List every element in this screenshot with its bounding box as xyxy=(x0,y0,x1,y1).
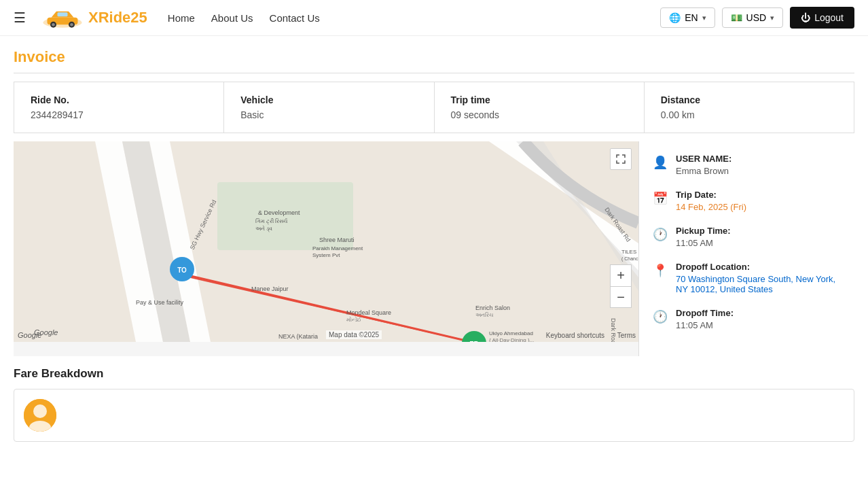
stat-vehicle-value: Basic xyxy=(240,109,417,120)
nav-links: Home About Us Contact Us xyxy=(168,12,647,24)
hamburger-menu[interactable]: ☰ xyxy=(14,10,26,26)
map-container: TO FR 147 & Development ગિમ ટ્રી રિસર્ચ … xyxy=(14,141,638,342)
stat-trip-time: Trip time 09 seconds xyxy=(435,82,645,133)
currency-value: USD xyxy=(746,12,767,23)
svg-text:અને ડ્વ: અને ડ્વ xyxy=(255,225,272,232)
lang-chevron-icon: ▾ xyxy=(702,14,706,22)
currency-flag-icon: 💵 xyxy=(731,12,742,23)
stat-vehicle: Vehicle Basic xyxy=(224,82,434,133)
zoom-in-button[interactable]: + xyxy=(610,264,632,286)
svg-text:Parakh Management: Parakh Management xyxy=(312,245,363,251)
lang-globe-icon: 🌐 xyxy=(669,12,681,23)
stats-table: Ride No. 2344289417 Vehicle Basic Trip t… xyxy=(14,82,854,133)
svg-text:NEXA (Kataria: NEXA (Kataria xyxy=(278,333,318,340)
stat-vehicle-label: Vehicle xyxy=(240,94,417,105)
fare-avatar xyxy=(24,399,56,432)
svg-text:Manee Jaipur: Manee Jaipur xyxy=(251,285,289,292)
navbar: ☰ XRide25 Home About Us Contact Us 🌐 EN … xyxy=(0,0,868,36)
svg-text:મોન્ડેઈ: મોન્ડેઈ xyxy=(346,316,362,323)
svg-text:& Development: & Development xyxy=(258,209,300,216)
trip-date-content: Trip Date: 14 Feb, 2025 (Fri) xyxy=(676,190,746,212)
nav-about[interactable]: About Us xyxy=(211,12,253,24)
pickup-time-row: 🕐 Pickup Time: 11:05 AM xyxy=(653,226,841,248)
svg-text:( Chanchi: ( Chanchi xyxy=(621,256,638,262)
svg-text:Ukiyo Ahmedabad: Ukiyo Ahmedabad xyxy=(489,330,533,336)
svg-text:{ All·Day·Dining }...: { All·Day·Dining }... xyxy=(489,337,534,342)
svg-text:ગિમ ટ્રી રિસર્ચ: ગિમ ટ્રી રિસર્ચ xyxy=(255,218,288,225)
location-pin-icon: 📍 xyxy=(653,263,668,278)
dropoff-location-row: 📍 Dropoff Location: 70 Washington Square… xyxy=(653,262,841,294)
map-attribution: Map data ©2025 xyxy=(326,330,382,339)
trip-date-row: 📅 Trip Date: 14 Feb, 2025 (Fri) xyxy=(653,190,841,212)
page-content: Invoice Ride No. 2344289417 Vehicle Basi… xyxy=(0,36,868,455)
svg-text:System Pvt: System Pvt xyxy=(312,252,340,258)
zoom-out-button[interactable]: − xyxy=(610,286,632,308)
dropoff-time-label: Dropoff Time: xyxy=(676,308,734,318)
stat-distance: Distance 0.00 km xyxy=(645,82,854,133)
map-svg: TO FR 147 & Development ગિમ ટ્રી રિસર્ચ … xyxy=(14,141,638,342)
dropoff-time-row: 🕐 Dropoff Time: 11:05 AM xyxy=(653,308,841,330)
page-title: Invoice xyxy=(14,36,854,73)
pickup-time-content: Pickup Time: 11:05 AM xyxy=(676,226,731,248)
fare-title: Fare Breakdown xyxy=(14,367,854,381)
calendar-icon: 📅 xyxy=(653,191,668,206)
stat-ride-no: Ride No. 2344289417 xyxy=(14,82,224,133)
svg-point-47 xyxy=(33,404,47,418)
stat-trip-label: Trip time xyxy=(451,94,628,105)
map-fullscreen-button[interactable] xyxy=(610,148,632,170)
username-value: Emma Brown xyxy=(676,166,731,176)
dropoff-location-label: Dropoff Location: xyxy=(676,262,841,272)
dropoff-time-content: Dropoff Time: 11:05 AM xyxy=(676,308,734,330)
lang-value: EN xyxy=(685,12,698,23)
svg-text:Dark Roas: Dark Roas xyxy=(610,318,617,342)
map-terms: Terms xyxy=(617,332,636,339)
navbar-right: 🌐 EN ▾ 💵 USD ▾ ⏻ Logout xyxy=(660,7,854,29)
svg-text:Shree Maruti: Shree Maruti xyxy=(319,237,355,243)
svg-text:Pay & Use facility: Pay & Use facility xyxy=(136,299,184,306)
username-content: USER NAME: Emma Brown xyxy=(676,154,731,176)
username-row: 👤 USER NAME: Emma Brown xyxy=(653,154,841,176)
brand-text: XRide25 xyxy=(88,9,147,27)
dropoff-location-content: Dropoff Location: 70 Washington Square S… xyxy=(676,262,841,294)
logout-label: Logout xyxy=(814,12,844,23)
stat-ride-label: Ride No. xyxy=(31,94,207,105)
logout-button[interactable]: ⏻ Logout xyxy=(790,7,854,29)
pickup-time-value: 11:05 AM xyxy=(676,238,731,248)
trip-date-label: Trip Date: xyxy=(676,190,746,200)
keyboard-shortcuts: Keyboard shortcuts xyxy=(546,332,604,339)
svg-point-5 xyxy=(70,23,73,27)
power-icon: ⏻ xyxy=(801,12,810,23)
map-zoom-controls: + − xyxy=(610,264,632,308)
person-icon: 👤 xyxy=(653,155,668,170)
nav-contact[interactable]: Contact Us xyxy=(270,12,320,24)
stat-trip-value: 09 seconds xyxy=(451,109,628,120)
svg-text:TO: TO xyxy=(177,266,187,274)
fullscreen-icon xyxy=(616,154,626,164)
dropoff-time-value: 11:05 AM xyxy=(676,320,734,330)
stat-ride-value: 2344289417 xyxy=(31,109,207,120)
currency-chevron-icon: ▾ xyxy=(770,14,774,22)
svg-rect-6 xyxy=(58,12,68,16)
stat-distance-value: 0.00 km xyxy=(661,109,837,120)
trip-date-value: 14 Feb, 2025 (Fri) xyxy=(676,202,746,212)
pickup-clock-icon: 🕐 xyxy=(653,227,668,242)
brand-logo-link[interactable]: XRide25 xyxy=(42,5,147,30)
map-section: TO FR 147 & Development ગિમ ટ્રી રિસર્ચ … xyxy=(14,141,854,356)
svg-text:અનરિચ: અનરિચ xyxy=(475,311,494,318)
currency-selector[interactable]: 💵 USD ▾ xyxy=(722,7,784,28)
avatar-svg xyxy=(24,399,56,432)
language-selector[interactable]: 🌐 EN ▾ xyxy=(660,7,715,28)
stat-distance-label: Distance xyxy=(661,94,837,105)
info-sidebar: 👤 USER NAME: Emma Brown 📅 Trip Date: 14 … xyxy=(638,141,854,356)
svg-text:FR: FR xyxy=(469,341,479,342)
fare-card xyxy=(14,389,854,442)
nav-home[interactable]: Home xyxy=(168,12,195,24)
fare-section: Fare Breakdown xyxy=(14,367,854,442)
svg-text:TILES: TILES xyxy=(621,249,636,255)
svg-text:Enrich Salon: Enrich Salon xyxy=(475,305,510,311)
brand-car-icon xyxy=(42,5,83,30)
username-label: USER NAME: xyxy=(676,154,731,164)
svg-text:Mondeal Square: Mondeal Square xyxy=(346,309,391,316)
divider xyxy=(14,73,854,73)
dropoff-location-value: 70 Washington Square South, New York, NY… xyxy=(676,274,841,294)
